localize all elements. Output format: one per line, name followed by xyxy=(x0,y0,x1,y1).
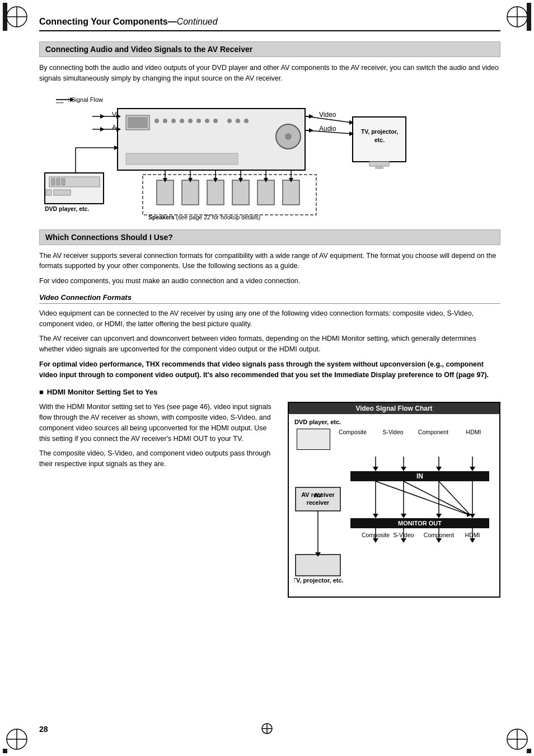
svg-point-43 xyxy=(205,119,209,123)
hdmi-two-col: With the HDMI Monitor setting set to Yes… xyxy=(39,402,500,598)
svg-marker-56 xyxy=(309,114,313,119)
svg-rect-31 xyxy=(46,190,51,195)
center-crosshair xyxy=(261,722,273,736)
svg-rect-131 xyxy=(296,555,340,576)
page-number: 28 xyxy=(39,725,48,734)
svg-point-45 xyxy=(227,119,232,123)
svg-point-38 xyxy=(163,119,167,123)
page-title: Connecting Your Components—Continued xyxy=(39,17,218,26)
svg-text:etc.: etc. xyxy=(374,137,385,143)
black-square-icon: ■ xyxy=(39,388,44,396)
svg-rect-11 xyxy=(3,749,7,753)
svg-point-41 xyxy=(188,119,193,123)
hdmi-body2: The composite video, S-Video, and compon… xyxy=(39,448,277,469)
hdmi-section-header: ■ HDMI Monitor Setting Set to Yes xyxy=(39,388,500,396)
flow-chart-col: Video Signal Flow Chart DVD player, etc.… xyxy=(288,402,500,598)
svg-rect-72 xyxy=(182,180,199,205)
svg-marker-126 xyxy=(401,538,406,543)
section2-intro1: The AV receiver supports several connect… xyxy=(39,251,500,272)
corner-decoration-tl xyxy=(3,3,31,31)
svg-marker-110 xyxy=(436,514,442,518)
video-connection-formats-header: Video Connection Formats xyxy=(39,293,500,304)
hdmi-text-col: With the HDMI Monitor setting set to Yes… xyxy=(39,402,277,598)
connection-diagram-svg: ⎯⎯ : Signal Flow Video Audio xyxy=(39,92,498,220)
svg-rect-30 xyxy=(62,179,65,185)
fc-dvd-label: DVD player, etc. xyxy=(294,419,494,425)
svg-rect-7 xyxy=(527,3,531,31)
section1-intro: By connecting both the audio and video o… xyxy=(39,63,500,84)
svg-rect-3 xyxy=(3,3,7,31)
svg-marker-112 xyxy=(470,514,475,518)
svg-rect-75 xyxy=(257,180,274,205)
svg-text:TV, projector,: TV, projector, xyxy=(361,128,398,135)
svg-text:Video: Video xyxy=(319,111,336,119)
svg-marker-106 xyxy=(373,514,378,518)
video-signal-flow-chart: Video Signal Flow Chart DVD player, etc.… xyxy=(288,402,500,598)
flow-chart-svg: IN AV receiver xyxy=(294,457,495,591)
svg-marker-128 xyxy=(436,538,442,543)
corner-decoration-br xyxy=(503,725,531,753)
svg-text:DVD player, etc.: DVD player, etc. xyxy=(45,205,89,212)
svg-marker-96 xyxy=(401,467,406,471)
svg-point-40 xyxy=(180,119,184,123)
svg-marker-108 xyxy=(401,514,406,518)
svg-text:AV: AV xyxy=(314,492,322,499)
section1: Connecting Audio and Video Signals to th… xyxy=(39,41,500,220)
section1-header: Connecting Audio and Video Signals to th… xyxy=(39,41,500,57)
svg-point-37 xyxy=(154,119,159,123)
svg-marker-98 xyxy=(436,467,442,471)
fc-col-component: Component xyxy=(413,429,453,435)
svg-text:Speakers (see page 22 for hook: Speakers (see page 22 for hookup details… xyxy=(148,214,260,220)
flow-chart-title: Video Signal Flow Chart xyxy=(289,403,499,414)
svg-rect-32 xyxy=(54,190,71,195)
fc-dvd-box xyxy=(297,429,330,450)
hdmi-body1: With the HDMI Monitor setting set to Yes… xyxy=(39,402,277,444)
video-format-para2: The AV receiver can upconvert and downco… xyxy=(39,334,500,355)
svg-text:receiver: receiver xyxy=(307,499,329,506)
svg-rect-74 xyxy=(232,180,249,205)
connection-diagram: ⎯⎯ : Signal Flow Video Audio xyxy=(39,92,500,220)
svg-text:IN: IN xyxy=(416,472,423,480)
page: Connecting Your Components—Continued Con… xyxy=(0,0,534,756)
fc-col-svideo: S-Video xyxy=(373,429,413,435)
svg-rect-65 xyxy=(375,166,383,169)
fc-col-composite: Composite xyxy=(332,429,373,435)
fc-input-cols: Composite S-Video Component HDMI xyxy=(330,429,494,435)
svg-rect-15 xyxy=(527,749,531,753)
svg-rect-73 xyxy=(207,180,224,205)
svg-rect-71 xyxy=(157,180,174,205)
video-format-para3: For optimal video performance, THX recom… xyxy=(39,359,500,381)
svg-point-46 xyxy=(236,119,240,123)
svg-point-49 xyxy=(285,133,292,140)
svg-marker-124 xyxy=(373,538,378,543)
svg-point-39 xyxy=(171,119,176,123)
svg-rect-36 xyxy=(128,117,148,128)
svg-point-42 xyxy=(196,119,201,123)
fc-col-hdmi: HDMI xyxy=(453,429,494,435)
corner-decoration-tr xyxy=(503,3,531,31)
section2-header: Which Connections Should I Use? xyxy=(39,229,500,245)
svg-rect-76 xyxy=(283,180,299,205)
svg-rect-64 xyxy=(369,162,389,166)
svg-line-115 xyxy=(404,481,470,515)
flow-chart-body: DVD player, etc. Composite S-Video xyxy=(289,414,499,597)
svg-marker-130 xyxy=(470,538,475,543)
fc-top-row: Composite S-Video Component HDMI xyxy=(294,429,494,454)
svg-marker-100 xyxy=(470,467,475,471)
svg-text:TV, projector, etc.: TV, projector, etc. xyxy=(294,577,344,584)
section2: Which Connections Should I Use? The AV r… xyxy=(39,229,500,598)
video-format-para1: Video equipment can be connected to the … xyxy=(39,308,500,330)
svg-rect-29 xyxy=(57,179,60,185)
section2-intro2: For video components, you must make an a… xyxy=(39,276,500,287)
corner-decoration-bl xyxy=(3,725,31,753)
svg-point-44 xyxy=(213,119,218,123)
svg-marker-94 xyxy=(373,467,378,471)
page-header: Connecting Your Components—Continued xyxy=(39,17,500,31)
svg-rect-28 xyxy=(51,179,55,185)
svg-point-47 xyxy=(244,119,249,123)
svg-rect-50 xyxy=(126,153,238,165)
svg-text:MONITOR OUT: MONITOR OUT xyxy=(398,520,442,527)
